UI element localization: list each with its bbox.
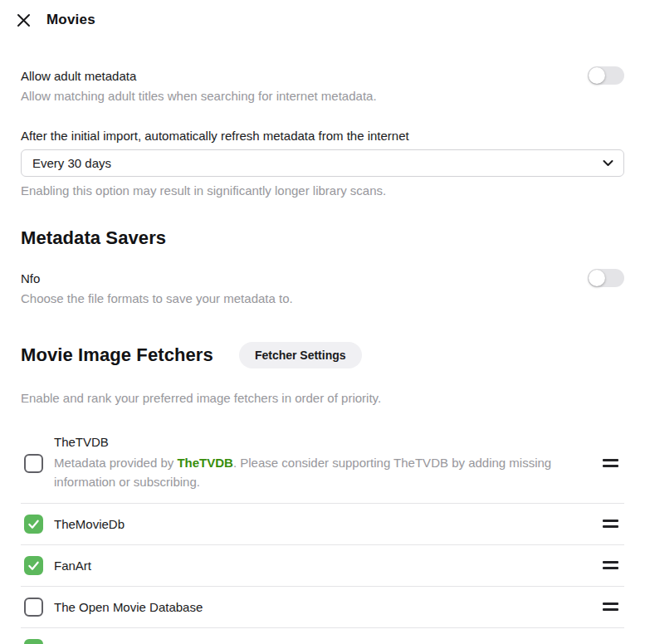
toggle-knob xyxy=(589,67,605,84)
fetcher-row: TheMovieDb xyxy=(21,504,624,545)
fetcher-checkbox[interactable] xyxy=(24,556,43,575)
refresh-interval-help: Enabling this option may result in signi… xyxy=(21,183,624,198)
adult-metadata-label: Allow adult metadata xyxy=(21,69,136,83)
nfo-toggle[interactable] xyxy=(588,269,624,287)
fetcher-provider-link[interactable]: TheTVDB xyxy=(177,456,233,470)
fetcher-name: TheMovieDb xyxy=(54,517,588,531)
dialog-header: Movies xyxy=(0,0,645,28)
fetcher-row: The Open Movie Database xyxy=(21,587,624,628)
fetcher-checkbox[interactable] xyxy=(24,598,43,617)
fetcher-row: Image Capture xyxy=(21,628,624,644)
refresh-interval-select[interactable]: Every 30 days xyxy=(21,149,624,177)
fetcher-checkbox[interactable] xyxy=(24,515,43,534)
fetchers-heading-row: Movie Image Fetchers Fetcher Settings xyxy=(21,342,624,368)
fetcher-text: FanArt xyxy=(54,559,601,573)
drag-handle-icon[interactable] xyxy=(601,516,620,531)
fetcher-text: TheMovieDb xyxy=(54,517,601,531)
drag-handle-icon[interactable] xyxy=(601,599,620,614)
metadata-savers-heading: Metadata Savers xyxy=(21,227,624,249)
image-fetchers-help: Enable and rank your preferred image fet… xyxy=(21,391,624,405)
drag-handle-icon[interactable] xyxy=(601,456,620,471)
fetcher-row: FanArt xyxy=(21,545,624,587)
check-icon xyxy=(27,559,41,573)
fetcher-checkbox[interactable] xyxy=(24,454,43,473)
fetcher-settings-button[interactable]: Fetcher Settings xyxy=(239,342,362,368)
fetcher-name: The Open Movie Database xyxy=(54,600,588,614)
fetcher-name: Image Capture xyxy=(54,642,588,644)
fetcher-row: TheTVDB Metadata provided by TheTVDB. Pl… xyxy=(21,424,624,504)
nfo-label: Nfo xyxy=(21,271,40,285)
check-icon xyxy=(27,517,41,531)
toggle-knob xyxy=(589,270,605,286)
check-icon xyxy=(27,642,41,644)
image-fetchers-heading: Movie Image Fetchers xyxy=(21,344,213,366)
fetcher-list: TheTVDB Metadata provided by TheTVDB. Pl… xyxy=(21,424,624,644)
fetcher-text: The Open Movie Database xyxy=(54,600,601,614)
fetcher-description: Metadata provided by TheTVDB. Please con… xyxy=(54,453,588,492)
adult-metadata-description: Allow matching adult titles when searchi… xyxy=(21,89,624,103)
fetcher-checkbox[interactable] xyxy=(24,639,43,644)
fetcher-text: TheTVDB Metadata provided by TheTVDB. Pl… xyxy=(54,435,601,492)
refresh-interval-group: After the initial import, automatically … xyxy=(21,129,624,198)
close-icon[interactable] xyxy=(15,12,32,28)
drag-handle-icon[interactable] xyxy=(601,641,620,644)
settings-content: Allow adult metadata Allow matching adul… xyxy=(0,66,645,644)
metadata-savers-help: Choose the file formats to save your met… xyxy=(21,291,624,305)
desc-prefix: Metadata provided by xyxy=(54,456,177,470)
page-title: Movies xyxy=(46,12,95,28)
refresh-interval-label: After the initial import, automatically … xyxy=(21,129,624,143)
drag-handle-icon[interactable] xyxy=(601,558,620,573)
fetcher-text: Image Capture xyxy=(54,642,601,644)
fetcher-name: FanArt xyxy=(54,559,588,573)
adult-metadata-row: Allow adult metadata xyxy=(21,66,624,85)
nfo-row: Nfo xyxy=(21,269,624,287)
fetcher-name: TheTVDB xyxy=(54,435,588,449)
adult-metadata-toggle[interactable] xyxy=(588,66,624,85)
